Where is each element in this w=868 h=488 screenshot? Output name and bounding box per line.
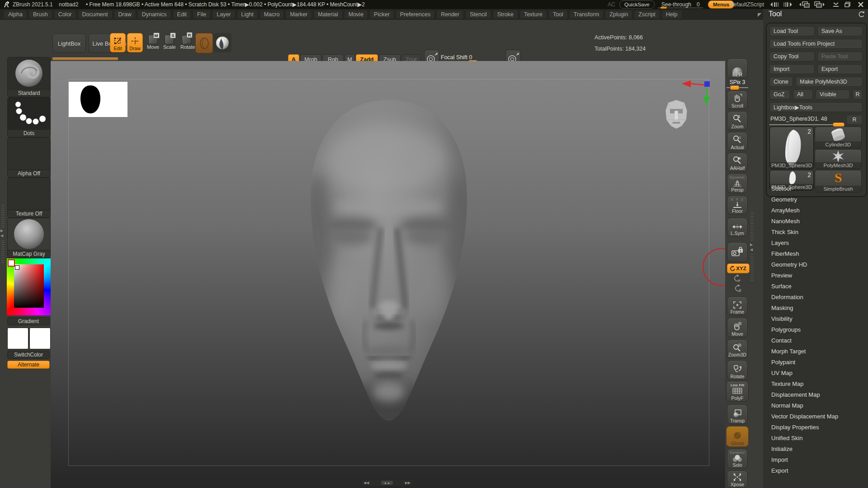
goz-r-button[interactable]: R — [853, 89, 863, 99]
section-geometry-hd[interactable]: Geometry HD — [771, 261, 807, 268]
scale-button[interactable]: S Scale — [163, 35, 175, 50]
tray-splitter-top[interactable] — [1, 205, 5, 227]
aahalf-button[interactable]: AAHalf — [727, 153, 748, 172]
section-preview[interactable]: Preview — [771, 272, 792, 279]
lsym-button[interactable]: L.Sym — [727, 218, 748, 237]
rotate-canvas-button[interactable]: Rotate — [727, 360, 748, 380]
section-thick-skin[interactable]: Thick Skin — [771, 229, 798, 235]
menu-texture[interactable]: Texture — [519, 10, 547, 19]
simplebrush-tile[interactable]: S SimpleBrush — [815, 170, 862, 192]
panel-collapse-icon[interactable]: ◤ — [758, 13, 761, 16]
polyframe-button[interactable]: Line Fill PolyF — [726, 381, 749, 402]
paste-tool-button[interactable]: Paste Tool — [817, 52, 863, 61]
shelf-splitter-top[interactable] — [750, 212, 754, 240]
hue-cursor[interactable] — [8, 259, 15, 267]
section-polygroups[interactable]: Polygroups — [771, 326, 801, 333]
export-button[interactable]: Export — [817, 64, 863, 74]
section-masking[interactable]: Masking — [771, 305, 793, 311]
zoom-button[interactable]: Zoom — [727, 111, 748, 130]
menu-edit[interactable]: Edit — [173, 10, 192, 19]
solo-button[interactable]: Dynamic Solo — [727, 449, 748, 469]
active-tool-tile[interactable]: 2 PM3D_Sphere3D — [769, 127, 814, 169]
spix-slider-knob[interactable] — [730, 85, 739, 90]
goz-button[interactable]: GoZ — [769, 89, 790, 99]
menu-color[interactable]: Color — [54, 10, 76, 19]
xpose-button[interactable]: Xpose — [727, 470, 748, 488]
actual-button[interactable]: x1 Actual — [727, 132, 748, 151]
section-initialize[interactable]: Initialize — [771, 446, 793, 452]
clone-button[interactable]: Clone — [769, 77, 793, 87]
restore-icon[interactable] — [844, 2, 850, 7]
current-alpha-tile[interactable]: Alpha Off — [7, 137, 51, 178]
menu-macro[interactable]: Macro — [259, 10, 284, 19]
goz-visible-button[interactable]: Visible — [816, 89, 850, 99]
lock-camera-button[interactable] — [727, 242, 748, 262]
tray-expand-icon[interactable]: ▶ — [0, 229, 3, 233]
section-unified-skin[interactable]: Unified Skin — [771, 435, 802, 441]
zoom3d-button[interactable]: Zoom3D — [727, 339, 748, 358]
switch-color-button[interactable]: SwitchColor — [7, 351, 50, 359]
section-contact[interactable]: Contact — [771, 337, 792, 344]
saturation-cursor[interactable] — [15, 265, 19, 270]
rotate-button[interactable]: R Rotate — [180, 35, 192, 50]
rotate-z-button[interactable]: Z — [732, 284, 744, 295]
menu-zscript[interactable]: Zscript — [634, 10, 660, 19]
section-surface[interactable]: Surface — [771, 283, 792, 290]
scroll-button[interactable]: Scroll — [727, 90, 748, 109]
copy-tool-button[interactable]: Copy Tool — [769, 52, 815, 61]
load-tools-from-project-button[interactable]: Load Tools From Project — [769, 39, 863, 49]
secondary-color-swatch[interactable] — [29, 328, 51, 349]
menu-marker[interactable]: Marker — [285, 10, 312, 19]
menu-document[interactable]: Document — [78, 10, 113, 19]
move-canvas-button[interactable]: Move — [727, 318, 748, 338]
section-display-properties[interactable]: Display Properties — [771, 424, 819, 431]
see-through-slider-knob[interactable] — [660, 7, 667, 9]
shelf-splitter-bottom[interactable] — [750, 254, 754, 281]
sculpt-head-model[interactable] — [276, 93, 502, 432]
current-brush-tile[interactable]: Standard — [7, 57, 51, 97]
polymesh3d-tile[interactable]: PolyMesh3D — [815, 149, 862, 169]
import-button[interactable]: Import — [769, 64, 815, 74]
menu-stencil[interactable]: Stencil — [465, 10, 491, 19]
menu-picker[interactable]: Picker — [369, 10, 394, 19]
menu-material[interactable]: Material — [313, 10, 342, 19]
menu-draw[interactable]: Draw — [114, 10, 136, 19]
shelf-expand-icon[interactable]: ▶ — [750, 243, 753, 247]
lightbox-drag-bar[interactable] — [52, 57, 118, 60]
menu-zplugin[interactable]: Zplugin — [605, 10, 632, 19]
section-geometry[interactable]: Geometry — [771, 196, 797, 203]
current-texture-tile[interactable]: Texture Off — [7, 178, 51, 218]
lightbox-button[interactable]: LightBox — [52, 34, 86, 53]
rotate-xyz-button[interactable]: XYZ — [727, 263, 750, 273]
ghost-button[interactable]: Ghost — [726, 426, 749, 447]
section-normal-map[interactable]: Normal Map — [771, 402, 803, 409]
section-vector-displacement-map[interactable]: Vector Displacement Map — [771, 413, 838, 420]
section-fibermesh[interactable]: FiberMesh — [771, 250, 799, 257]
color-picker[interactable] — [7, 258, 51, 315]
section-uv-map[interactable]: UV Map — [771, 370, 793, 376]
section-subtool[interactable]: Subtool — [771, 185, 791, 192]
active-tool-r-button[interactable]: R — [846, 115, 863, 125]
draw-button[interactable]: Draw — [127, 33, 143, 52]
scroll-left-icon[interactable]: ◀◀ — [363, 481, 369, 485]
close-icon[interactable] — [858, 2, 863, 7]
menu-movie[interactable]: Movie — [344, 10, 368, 19]
shift-right-icon[interactable] — [783, 2, 793, 7]
current-stroke-tile[interactable]: Dots — [7, 97, 51, 137]
transparency-button[interactable]: Transp — [727, 404, 748, 424]
menu-stroke[interactable]: Stroke — [493, 10, 518, 19]
section-nanomesh[interactable]: NanoMesh — [771, 218, 800, 225]
dock-right-icon[interactable] — [813, 1, 825, 8]
tray-splitter-bottom[interactable] — [1, 240, 5, 263]
load-tool-button[interactable]: Load Tool — [769, 26, 815, 36]
current-material-tile[interactable]: MatCap Gray — [7, 218, 51, 258]
menu-tool[interactable]: Tool — [548, 10, 568, 19]
edit-button[interactable]: Edit — [110, 33, 126, 52]
persp-button[interactable]: Dynamic Persp — [727, 174, 748, 193]
shelf-collapse-icon[interactable]: ◀ — [750, 248, 753, 252]
goz-all-button[interactable]: All — [793, 89, 813, 99]
make-polymesh3d-button[interactable]: Make PolyMesh3D — [796, 77, 863, 87]
current-material-button[interactable] — [213, 33, 231, 52]
shift-left-icon[interactable] — [770, 2, 780, 7]
axis-gizmo[interactable] — [681, 80, 711, 107]
